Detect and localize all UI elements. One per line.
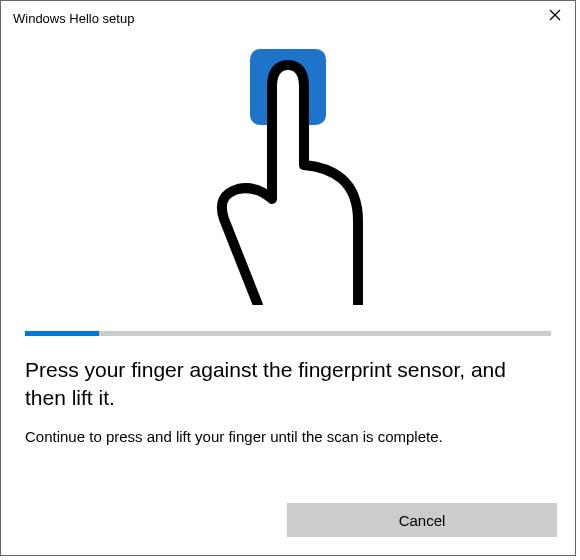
instruction-heading: Press your finger against the fingerprin…	[25, 356, 551, 413]
finger-on-sensor-icon	[188, 45, 388, 305]
dialog-window: Windows Hello setup Press your finger ag…	[0, 0, 576, 556]
instruction-subtext: Continue to press and lift your finger u…	[25, 427, 551, 447]
dialog-content: Press your finger against the fingerprin…	[1, 35, 575, 485]
titlebar: Windows Hello setup	[1, 1, 575, 35]
progress-bar	[25, 331, 551, 336]
fingerprint-illustration	[25, 35, 551, 325]
close-button[interactable]	[535, 1, 575, 29]
progress-fill	[25, 331, 99, 336]
close-icon	[549, 9, 561, 21]
window-title: Windows Hello setup	[13, 11, 134, 26]
cancel-button[interactable]: Cancel	[287, 503, 557, 537]
button-row: Cancel	[1, 485, 575, 555]
